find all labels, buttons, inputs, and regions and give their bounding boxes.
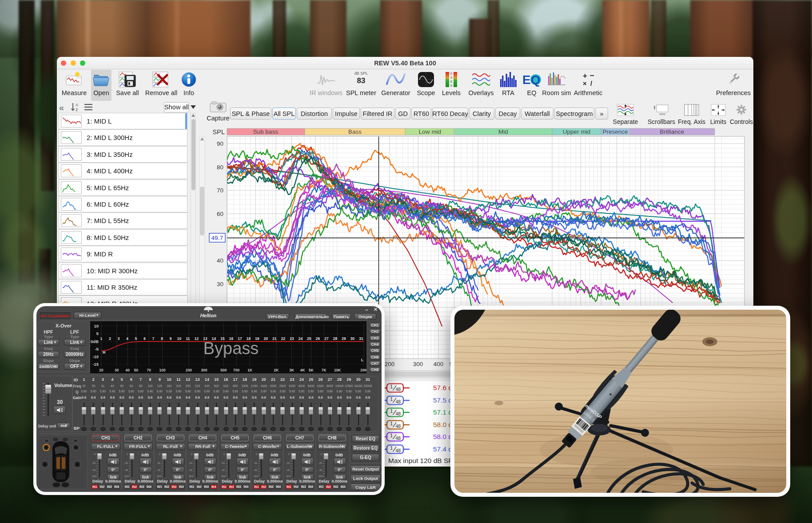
svg-text:7: 7: [152, 336, 155, 341]
svg-text:-15: -15: [92, 362, 99, 367]
svg-text:48: 48: [396, 435, 401, 441]
svg-text:2: 2: [109, 336, 111, 341]
svg-text:0: 0: [127, 453, 128, 455]
svg-text:OFF: OFF: [254, 475, 259, 478]
svg-text:OFF: OFF: [318, 475, 323, 478]
svg-text:80: 80: [217, 164, 223, 171]
svg-text:H: H: [103, 350, 106, 355]
svg-text:-40: -40: [92, 469, 96, 471]
svg-text:5K: 5K: [309, 368, 314, 372]
svg-text:20: 20: [264, 336, 268, 341]
svg-text:−: −: [590, 72, 594, 80]
svg-text:Mid: Mid: [498, 128, 508, 135]
svg-text:27: 27: [324, 336, 329, 341]
svg-text:0: 0: [256, 453, 257, 455]
svg-text:500: 500: [220, 368, 227, 372]
svg-text:1: 1: [390, 433, 393, 438]
svg-text:5: 5: [96, 331, 99, 336]
svg-text:48: 48: [396, 447, 401, 453]
svg-text:0: 0: [94, 453, 96, 455]
svg-text:Z: Z: [76, 108, 78, 112]
svg-text:26: 26: [316, 336, 320, 341]
svg-text:1: 1: [100, 336, 103, 341]
svg-text:L: L: [361, 358, 364, 362]
svg-text:48: 48: [396, 423, 401, 428]
svg-text:-40: -40: [124, 469, 128, 471]
svg-text:28: 28: [333, 336, 338, 341]
svg-text:57.4 d: 57.4 d: [433, 445, 452, 453]
svg-text:48: 48: [396, 411, 401, 416]
svg-text:70: 70: [217, 187, 223, 194]
svg-text:OFF: OFF: [157, 475, 162, 478]
svg-text:31: 31: [359, 336, 363, 341]
svg-text:40: 40: [126, 368, 130, 372]
svg-text:6: 6: [143, 336, 146, 341]
svg-text:0dB: 0dB: [91, 339, 99, 344]
svg-text:10: 10: [94, 323, 99, 328]
svg-text:200: 200: [186, 368, 192, 372]
svg-text:300: 300: [201, 368, 207, 372]
svg-text:-20: -20: [221, 462, 225, 464]
svg-text:20K: 20K: [360, 368, 366, 372]
svg-text:+: +: [583, 72, 587, 80]
svg-text:0: 0: [450, 72, 452, 75]
svg-text:48: 48: [396, 399, 401, 404]
svg-text:300: 300: [413, 361, 423, 367]
svg-text:Upper mid: Upper mid: [563, 128, 590, 135]
svg-text:EQ: EQ: [522, 73, 540, 87]
svg-text:/: /: [590, 80, 593, 87]
svg-text:OFF: OFF: [221, 475, 226, 478]
svg-text:-10: -10: [92, 354, 99, 359]
svg-text:9: 9: [170, 336, 172, 341]
svg-text:30: 30: [115, 368, 119, 372]
svg-text:10K: 10K: [334, 368, 341, 372]
svg-text:0: 0: [321, 453, 322, 455]
svg-text:30: 30: [217, 281, 223, 287]
svg-text:1: 1: [390, 384, 393, 389]
svg-text:-5: -5: [95, 347, 99, 351]
svg-text:-40: -40: [286, 469, 290, 471]
svg-text:SPL: SPL: [213, 128, 225, 136]
svg-text:400: 400: [434, 361, 444, 367]
svg-text:-20: -20: [318, 462, 322, 464]
svg-text:A: A: [76, 103, 78, 107]
svg-text:4K: 4K: [300, 368, 306, 372]
svg-text:1: 1: [390, 445, 393, 450]
svg-text:22: 22: [281, 336, 286, 341]
svg-text:57.1 d: 57.1 d: [433, 408, 452, 416]
svg-text:1: 1: [390, 420, 393, 426]
svg-text:-20: -20: [189, 462, 192, 464]
svg-text:0: 0: [159, 453, 160, 455]
svg-text:Presence: Presence: [602, 128, 628, 135]
svg-text:29: 29: [342, 336, 346, 341]
svg-text:57.5 d: 57.5 d: [433, 396, 452, 404]
svg-text:-20: -20: [254, 462, 257, 464]
svg-text:OFF: OFF: [286, 475, 291, 478]
svg-text:90: 90: [217, 140, 223, 147]
svg-text:70: 70: [147, 368, 151, 372]
svg-text:OFF: OFF: [92, 475, 97, 478]
svg-text:48: 48: [396, 387, 401, 392]
svg-text:0: 0: [191, 453, 192, 455]
svg-text:1K: 1K: [247, 368, 253, 372]
svg-text:24: 24: [299, 336, 303, 341]
svg-text:1: 1: [390, 408, 393, 414]
svg-text:5: 5: [135, 336, 137, 341]
svg-text:11: 11: [186, 336, 190, 341]
svg-text:0: 0: [223, 453, 225, 455]
svg-text:4: 4: [126, 336, 128, 341]
svg-text:Low mid: Low mid: [419, 128, 441, 135]
svg-text:7K: 7K: [322, 368, 327, 372]
svg-text:57.6 d: 57.6 d: [433, 384, 452, 391]
svg-text:100: 100: [159, 368, 166, 372]
svg-text:3K: 3K: [289, 368, 295, 372]
svg-text:3: 3: [450, 76, 452, 79]
svg-text:2K: 2K: [274, 368, 279, 372]
svg-text:49.7: 49.7: [211, 235, 223, 241]
svg-text:-20: -20: [157, 462, 160, 464]
svg-text:50: 50: [134, 368, 139, 372]
svg-text:Bypass: Bypass: [203, 339, 259, 358]
svg-text:40: 40: [217, 257, 223, 264]
svg-text:Brilliance: Brilliance: [660, 128, 685, 135]
svg-text:-40: -40: [157, 469, 160, 471]
